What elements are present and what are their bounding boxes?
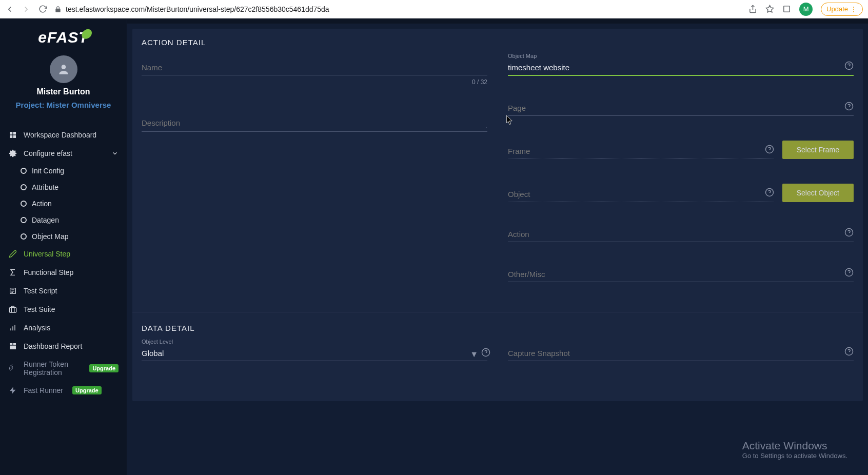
sidebar-item-analysis[interactable]: Analysis bbox=[0, 319, 127, 337]
svg-rect-7 bbox=[13, 135, 16, 138]
sidebar-item-workspace-dashboard[interactable]: Workspace Dashboard bbox=[0, 126, 127, 144]
project-name: Project: Mister Omniverse bbox=[16, 101, 111, 109]
forward-button[interactable] bbox=[22, 5, 31, 14]
svg-rect-13 bbox=[9, 308, 16, 312]
radio-icon bbox=[21, 184, 27, 190]
back-button[interactable] bbox=[5, 5, 14, 14]
sidebar-item-configure-efast[interactable]: Configure efast bbox=[0, 144, 127, 163]
sidebar-subitem-init-config[interactable]: Init Config bbox=[0, 163, 127, 179]
gear-icon bbox=[8, 149, 17, 158]
name-counter: 0 / 32 bbox=[472, 78, 487, 86]
update-button[interactable]: Update ⋮ bbox=[821, 3, 863, 16]
svg-rect-4 bbox=[10, 132, 12, 134]
section-title: DATA DETAIL bbox=[142, 324, 854, 332]
radio-icon bbox=[21, 217, 27, 223]
sidebar-item-universal-step[interactable]: Universal Step bbox=[0, 245, 127, 263]
menu-dots-icon: ⋮ bbox=[850, 5, 857, 13]
select-object-button[interactable]: Select Object bbox=[782, 184, 854, 202]
page-field bbox=[508, 101, 854, 116]
help-icon[interactable] bbox=[844, 347, 854, 356]
name-field: 0 / 32 bbox=[142, 60, 487, 75]
object-map-label: Object Map bbox=[508, 53, 537, 59]
object-field: Select Object bbox=[508, 184, 854, 202]
sidebar-nav: Workspace Dashboard Configure efast Init… bbox=[0, 126, 127, 400]
share-icon[interactable] bbox=[748, 5, 757, 13]
help-icon[interactable] bbox=[844, 268, 854, 277]
sidebar-subitem-action[interactable]: Action bbox=[0, 195, 127, 212]
help-icon[interactable] bbox=[765, 145, 774, 154]
sidebar-item-runner-token[interactable]: Runner Token Registration Upgrade bbox=[0, 355, 127, 381]
radio-icon bbox=[21, 168, 27, 174]
radio-icon bbox=[21, 201, 27, 207]
help-icon[interactable] bbox=[844, 228, 854, 237]
capture-snapshot-input[interactable] bbox=[508, 346, 854, 361]
sidebar-item-functional-step[interactable]: Functional Step bbox=[0, 263, 127, 282]
user-block: Mister Burton Project: Mister Omniverse bbox=[0, 55, 127, 116]
name-input[interactable] bbox=[142, 60, 487, 75]
section-divider bbox=[132, 312, 863, 312]
sidebar-item-dashboard-report[interactable]: Dashboard Report bbox=[0, 337, 127, 355]
user-name: Mister Burton bbox=[37, 87, 90, 96]
windows-watermark: Activate Windows Go to Settings to activ… bbox=[742, 440, 847, 460]
object-level-select[interactable] bbox=[142, 346, 487, 361]
help-icon[interactable] bbox=[481, 348, 490, 357]
star-icon[interactable] bbox=[765, 5, 774, 13]
sigma-icon bbox=[8, 268, 17, 277]
svg-rect-6 bbox=[10, 135, 12, 138]
sidebar-subitem-object-map[interactable]: Object Map bbox=[0, 228, 127, 245]
fingerprint-icon bbox=[8, 364, 17, 373]
svg-rect-5 bbox=[13, 132, 16, 134]
upgrade-badge[interactable]: Upgrade bbox=[89, 364, 119, 372]
other-input[interactable] bbox=[508, 267, 854, 282]
page-input[interactable] bbox=[508, 101, 854, 116]
help-icon[interactable] bbox=[844, 61, 854, 70]
help-icon[interactable] bbox=[844, 102, 854, 111]
resize-handle-icon[interactable]: ⋰ bbox=[482, 126, 487, 132]
other-field bbox=[508, 267, 854, 282]
sidebar-item-test-suite[interactable]: Test Suite bbox=[0, 300, 127, 319]
script-icon bbox=[8, 286, 17, 295]
object-level-label: Object Level bbox=[142, 339, 173, 345]
action-field bbox=[508, 227, 854, 242]
action-input[interactable] bbox=[508, 227, 854, 242]
chart-icon bbox=[8, 323, 17, 332]
sidebar-subitem-datagen[interactable]: Datagen bbox=[0, 212, 127, 228]
profile-avatar[interactable]: M bbox=[799, 3, 813, 16]
radio-icon bbox=[21, 233, 27, 240]
help-icon[interactable] bbox=[765, 188, 774, 197]
frame-input[interactable] bbox=[508, 144, 774, 159]
sidebar-item-fast-runner[interactable]: Fast Runner Upgrade bbox=[0, 381, 127, 400]
chevron-down-icon bbox=[111, 150, 119, 157]
object-map-field: Object Map bbox=[508, 60, 854, 76]
upgrade-badge[interactable]: Upgrade bbox=[72, 386, 102, 394]
object-level-field: Object Level ▼ bbox=[142, 346, 487, 361]
object-input[interactable] bbox=[508, 187, 774, 202]
frame-field: Select Frame bbox=[508, 141, 854, 159]
object-map-input[interactable] bbox=[508, 60, 854, 76]
svg-rect-18 bbox=[13, 343, 16, 345]
user-avatar-icon[interactable] bbox=[50, 55, 77, 83]
briefcase-icon bbox=[8, 305, 17, 314]
report-icon bbox=[8, 342, 17, 351]
action-detail-panel: ACTION DETAIL 0 / 32 ⋰ Object M bbox=[132, 29, 863, 401]
select-frame-button[interactable]: Select Frame bbox=[782, 141, 854, 159]
svg-rect-19 bbox=[10, 346, 16, 349]
svg-point-3 bbox=[61, 65, 66, 69]
dashboard-icon bbox=[8, 130, 17, 140]
description-field: ⋰ bbox=[142, 115, 487, 134]
pencil-icon bbox=[8, 249, 17, 259]
capture-snapshot-field bbox=[508, 346, 854, 361]
browser-toolbar: test.efastworkspace.com/MisterBurton/uni… bbox=[0, 0, 868, 18]
svg-rect-2 bbox=[784, 6, 790, 12]
logo: eFAST⬤ bbox=[0, 25, 127, 55]
section-title: ACTION DETAIL bbox=[142, 38, 854, 47]
reload-button[interactable] bbox=[38, 5, 47, 14]
description-input[interactable] bbox=[142, 115, 487, 132]
svg-marker-1 bbox=[766, 5, 773, 12]
sidebar-subitem-attribute[interactable]: Attribute bbox=[0, 179, 127, 195]
sidebar-item-test-script[interactable]: Test Script bbox=[0, 282, 127, 300]
extensions-icon[interactable] bbox=[782, 5, 791, 13]
address-bar[interactable]: test.efastworkspace.com/MisterBurton/uni… bbox=[54, 5, 741, 13]
main-content: ACTION DETAIL 0 / 32 ⋰ Object M bbox=[127, 18, 868, 475]
browser-right-icons: M Update ⋮ bbox=[748, 3, 863, 16]
